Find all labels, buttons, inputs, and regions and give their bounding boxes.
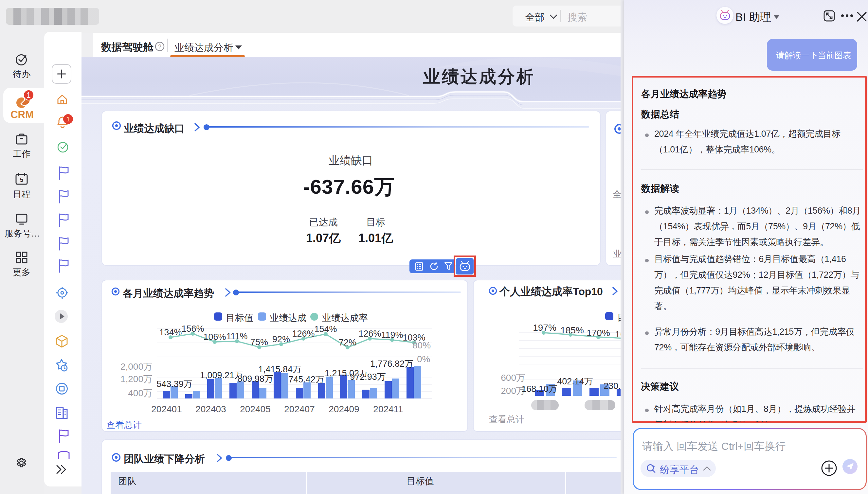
svg-text:5: 5 (20, 176, 23, 183)
svg-text:?: ? (158, 43, 161, 50)
